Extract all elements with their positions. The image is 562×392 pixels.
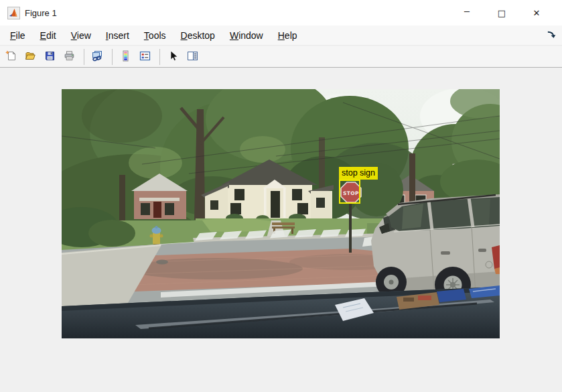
- matlab-logo-icon: [7, 7, 20, 19]
- save-figure-button[interactable]: [41, 48, 58, 66]
- legend-icon: [139, 50, 151, 64]
- new-figure-button[interactable]: [2, 48, 19, 66]
- minimize-button[interactable]: ─: [449, 0, 484, 25]
- menu-edit[interactable]: Edit: [33, 25, 64, 46]
- print-figure-button[interactable]: [60, 48, 78, 66]
- figure-image: P STOP: [62, 89, 500, 338]
- menu-insert[interactable]: Insert: [98, 25, 137, 46]
- open-folder-icon: [25, 50, 36, 64]
- close-icon: ✕: [533, 8, 541, 18]
- floppy-disk-icon: [44, 50, 56, 64]
- cursor-arrow-icon: [167, 50, 179, 64]
- detection-label: stop sign: [339, 167, 378, 180]
- close-button[interactable]: ✕: [519, 0, 554, 25]
- toolbar-separator: [159, 49, 160, 65]
- property-inspector-button[interactable]: [184, 48, 201, 66]
- toolbar-separator: [112, 49, 113, 65]
- window-title: Figure 1: [25, 8, 57, 18]
- maximize-icon: □: [498, 8, 506, 18]
- menu-file[interactable]: File: [3, 25, 33, 46]
- minimize-icon: ─: [464, 7, 470, 17]
- insert-colorbar-button[interactable]: [117, 48, 134, 66]
- detection-box: [339, 180, 360, 204]
- menu-view[interactable]: View: [64, 25, 98, 46]
- link-icon: [92, 50, 103, 64]
- dock-arrow-icon: [547, 29, 557, 42]
- menu-help[interactable]: Help: [271, 25, 305, 46]
- open-file-button[interactable]: [21, 48, 39, 66]
- street-scene: P STOP: [62, 89, 500, 338]
- menu-tools[interactable]: Tools: [137, 25, 173, 46]
- printer-icon: [64, 50, 75, 64]
- window-controls: ─ □ ✕: [449, 0, 554, 25]
- property-panel-icon: [187, 50, 198, 64]
- new-document-icon: [5, 50, 17, 64]
- title-bar[interactable]: Figure 1 ─ □ ✕: [0, 0, 562, 25]
- figure-window: Figure 1 ─ □ ✕ File Edit View Insert Too…: [0, 0, 562, 392]
- menu-window[interactable]: Window: [222, 25, 271, 46]
- dock-figure-button[interactable]: [545, 29, 557, 42]
- toolbar-separator: [84, 49, 84, 65]
- insert-legend-button[interactable]: [136, 48, 153, 66]
- edit-plot-button[interactable]: [164, 48, 182, 66]
- colorbar-icon: [120, 50, 131, 64]
- menu-bar: File Edit View Insert Tools Desktop Wind…: [0, 25, 562, 46]
- maximize-button[interactable]: □: [484, 0, 519, 25]
- menu-desktop[interactable]: Desktop: [173, 25, 222, 46]
- figure-toolbar: [0, 46, 562, 68]
- link-plot-button[interactable]: [88, 48, 106, 66]
